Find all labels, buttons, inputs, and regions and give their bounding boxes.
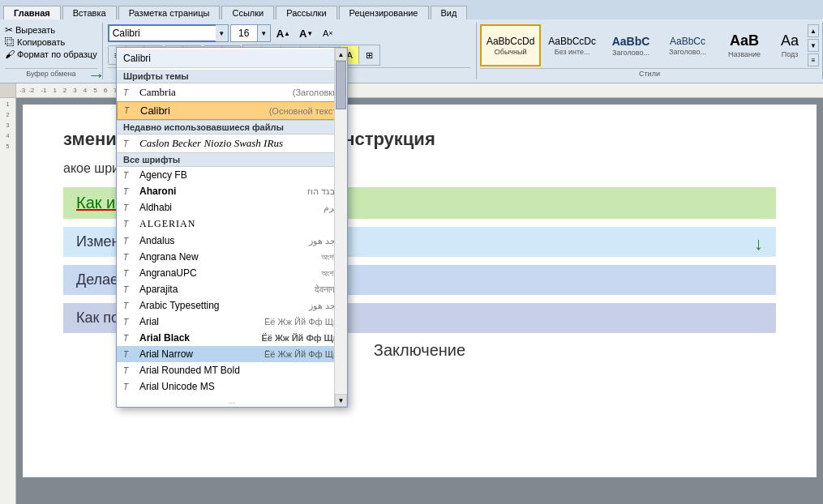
font-name-arial-black: Arial Black xyxy=(139,332,261,344)
font-item-calibri[interactable]: T Calibri (Основной текст) xyxy=(117,101,347,120)
font-size-box: 16 ▼ xyxy=(230,24,271,42)
font-sample-arial: Ёё Жж Йй Фф Щщ xyxy=(264,317,341,327)
font-name-agency: Agency FB xyxy=(139,169,341,181)
copy-button[interactable]: ⿻ Копировать xyxy=(5,36,97,48)
style-normal-label: Обычный xyxy=(495,48,527,56)
font-icon-caslon: T xyxy=(123,139,136,148)
chevron-down-icon: ▼ xyxy=(218,30,225,37)
font-sample-calibri: (Основной текст) xyxy=(269,106,340,116)
style-no-spacing-preview: AaBbCcDc xyxy=(548,36,596,47)
scrollbar-thumb[interactable] xyxy=(336,61,346,109)
font-section-theme-header: Шрифты темы xyxy=(117,70,347,83)
font-section-recent-header: Недавно использовавшиеся файлы xyxy=(117,120,347,135)
font-icon-cambria: T xyxy=(123,88,136,97)
styles-label: Стили xyxy=(480,68,819,78)
tab-references[interactable]: Ссылки xyxy=(221,6,274,19)
font-list-more: ... xyxy=(117,395,347,407)
font-name-caslon: Caslon Becker Niozio Swash IRus xyxy=(139,137,341,150)
font-size-input[interactable]: 16 xyxy=(230,24,258,42)
style-title[interactable]: АаВ Название xyxy=(717,24,772,66)
font-icon-calibri: T xyxy=(124,106,137,115)
tab-view[interactable]: Вид xyxy=(431,6,468,19)
font-name-input[interactable]: Calibri xyxy=(108,24,228,42)
style-h1-label: Заголово... xyxy=(612,49,649,57)
font-item-caslon[interactable]: T Caslon Becker Niozio Swash IRus xyxy=(117,135,347,152)
scrollbar-up-btn[interactable]: ▲ xyxy=(335,48,347,61)
font-search-input[interactable]: Calibri xyxy=(117,49,347,68)
font-item-angrana-new[interactable]: T Angrana New অংশভী xyxy=(117,249,347,265)
font-size-dropdown-btn[interactable]: ▼ xyxy=(258,24,271,42)
style-normal[interactable]: AaBbCcDd Обычный xyxy=(480,24,541,66)
style-title-preview: АаВ xyxy=(730,32,759,49)
chevron-down-size-icon: ▼ xyxy=(260,30,267,37)
font-item-cambria[interactable]: T Cambria (Заголовки) xyxy=(117,83,347,101)
font-item-arial-rounded[interactable]: T Arial Rounded MT Bold xyxy=(117,362,347,378)
font-name-arabic-typesetting: Arabic Typesetting xyxy=(139,300,309,311)
increase-font-btn[interactable]: A▲ xyxy=(273,24,294,42)
font-name-cambria: Cambria xyxy=(139,86,293,99)
vertical-ruler: 12345 xyxy=(0,98,16,504)
scissors-icon: ✂ xyxy=(5,24,13,36)
tab-mailings[interactable]: Рассылки xyxy=(276,6,336,19)
font-name-angrana-new: Angrana New xyxy=(139,251,321,263)
font-name-calibri: Calibri xyxy=(140,105,269,117)
styles-more[interactable]: ≡ xyxy=(808,53,819,66)
style-no-spacing[interactable]: AaBbCcDc Без инте... xyxy=(542,24,602,66)
decrease-font-btn[interactable]: A▼ xyxy=(296,24,316,42)
right-arrow-indicator: ↓ xyxy=(754,233,763,254)
font-sample-arial-black: Ёё Жж Йй Фф Щщ xyxy=(261,333,341,343)
font-item-algerian[interactable]: T ALGERIAN xyxy=(117,216,347,233)
copy-icon: ⿻ xyxy=(5,36,15,48)
tab-bar: Главная Вставка Разметка страницы Ссылки… xyxy=(0,0,823,19)
paint-icon: 🖌 xyxy=(5,49,15,60)
font-dropdown: Calibri Шрифты темы T Cambria (Заголовки… xyxy=(116,47,348,408)
style-h2-label: Заголово... xyxy=(669,48,706,56)
style-normal-preview: AaBbCcDd xyxy=(487,36,534,47)
font-list[interactable]: T Agency FB T Aharoni אבגד הוז T Aldhabi… xyxy=(117,167,347,407)
font-item-arabic-typesetting[interactable]: T Arabic Typesetting أبجد هوز xyxy=(117,297,347,314)
font-name-andalus: Andalus xyxy=(139,235,309,246)
format-painter-button[interactable]: 🖌 Формат по образцу xyxy=(5,49,97,60)
font-item-angrana-upc[interactable]: T AngranaUPC অংশভী xyxy=(117,265,347,281)
font-name-arial-rounded: Arial Rounded MT Bold xyxy=(139,365,341,376)
style-heading2[interactable]: AaBbCc Заголово... xyxy=(660,24,715,66)
styles-scroll-up[interactable]: ▲ xyxy=(808,24,819,37)
font-name-arial-unicode: Arial Unicode MS xyxy=(139,381,341,392)
scrollbar-down-btn[interactable]: ▼ xyxy=(335,394,347,407)
font-item-aharoni[interactable]: T Aharoni אבגד הוז xyxy=(117,183,347,199)
font-item-aldhabi[interactable]: T Aldhabi اكرم xyxy=(117,199,347,216)
font-name-box: Calibri ▼ xyxy=(108,24,228,42)
font-name-arial: Arial xyxy=(139,316,264,327)
border-btn[interactable]: ⊞ xyxy=(361,46,379,64)
cut-button[interactable]: ✂ Вырезать xyxy=(5,24,97,36)
font-item-aparajita[interactable]: T Aparajita देवनागरी xyxy=(117,281,347,297)
font-item-andalus[interactable]: T Andalus أبجد هوز xyxy=(117,233,347,249)
font-name-angrana-upc: AngranaUPC xyxy=(139,267,321,279)
styles-scroll-down[interactable]: ▼ xyxy=(808,39,819,52)
font-name-aparajita: Aparajita xyxy=(139,284,315,295)
font-item-arial-black[interactable]: T Arial Black Ёё Жж Йй Фф Щщ xyxy=(117,330,347,346)
style-h1-preview: AaBbC xyxy=(612,35,650,48)
font-name-dropdown-btn[interactable]: ▼ xyxy=(216,24,229,42)
style-subtitle[interactable]: Аа Подз xyxy=(774,24,806,66)
tab-home[interactable]: Главная xyxy=(3,6,61,19)
font-section-all-header: Все шрифты xyxy=(117,152,347,167)
clear-format-btn[interactable]: A× xyxy=(319,24,336,42)
style-subtitle-preview: Аа xyxy=(781,32,799,49)
tab-insert[interactable]: Вставка xyxy=(62,6,117,19)
tab-page-layout[interactable]: Разметка страницы xyxy=(118,6,221,19)
font-item-arial[interactable]: T Arial Ёё Жж Йй Фф Щщ xyxy=(117,314,347,330)
font-sample-arial-narrow: Ёё Жж Йй Фф Щщ xyxy=(264,349,341,359)
tab-review[interactable]: Рецензирование xyxy=(339,6,429,19)
font-search-row: Calibri xyxy=(117,48,347,70)
font-name-aharoni: Aharoni xyxy=(139,186,307,197)
style-heading1[interactable]: AaBbC Заголово... xyxy=(603,24,658,66)
font-name-arial-narrow: Arial Narrow xyxy=(139,348,264,360)
font-dropdown-scrollbar[interactable]: ▲ ▼ xyxy=(334,48,347,407)
font-item-agency-fb[interactable]: T Agency FB xyxy=(117,167,347,183)
font-item-arial-narrow[interactable]: T Arial Narrow Ёё Жж Йй Фф Щщ xyxy=(117,346,347,362)
clipboard-label: Буфер обмена xyxy=(5,68,97,78)
green-arrow-font: → xyxy=(88,65,105,86)
style-title-label: Название xyxy=(728,50,761,58)
font-item-arial-unicode[interactable]: T Arial Unicode MS xyxy=(117,378,347,395)
